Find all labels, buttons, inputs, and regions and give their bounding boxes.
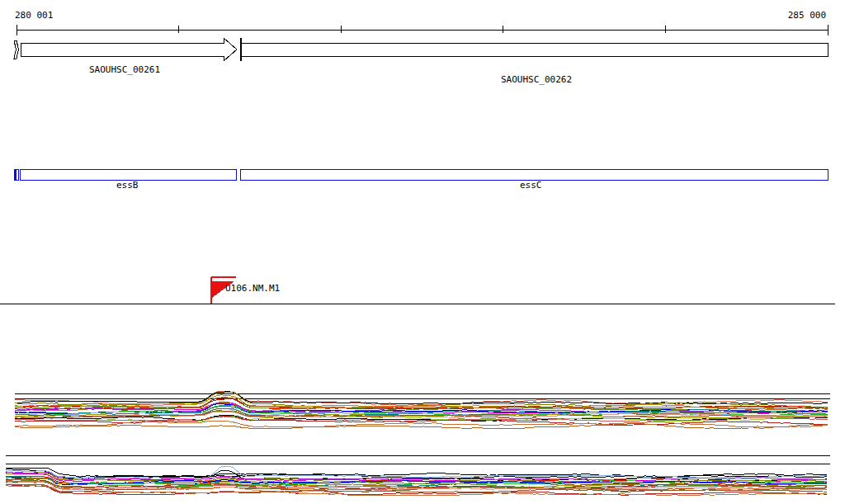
feature-box-essb[interactable]	[21, 170, 237, 181]
gene-track	[14, 38, 828, 61]
coverage-plot-upper	[15, 391, 830, 428]
ruler-end-coordinate: 285 000	[788, 11, 826, 21]
gene-label-saouhsc-00261: SAOUHSC_00261	[89, 65, 160, 75]
gene-box-saouhsc-00262[interactable]	[242, 43, 828, 56]
ruler-start-coordinate: 280 001	[15, 11, 53, 21]
bookmark-label: U106.NM.M1	[225, 284, 280, 294]
coverage-trace	[6, 466, 827, 479]
feature-track	[15, 169, 828, 181]
feature-box-essc[interactable]	[241, 170, 828, 181]
coverage-plot-lower	[6, 456, 830, 497]
coverage-trace	[15, 423, 828, 429]
feature-label-essb: essB	[116, 181, 139, 191]
gene-arrow-saouhsc-00261[interactable]	[21, 38, 237, 61]
genome-scene	[0, 0, 845, 504]
genome-browser-view: 280 001 285 000 SAOUHSC_00261 SAOUHSC_00…	[0, 0, 845, 504]
sequence-ruler	[17, 25, 828, 35]
gene-fragment-glyph[interactable]	[14, 40, 18, 59]
feature-label-essc: essC	[520, 181, 542, 191]
gene-label-saouhsc-00262: SAOUHSC_00262	[501, 75, 572, 85]
